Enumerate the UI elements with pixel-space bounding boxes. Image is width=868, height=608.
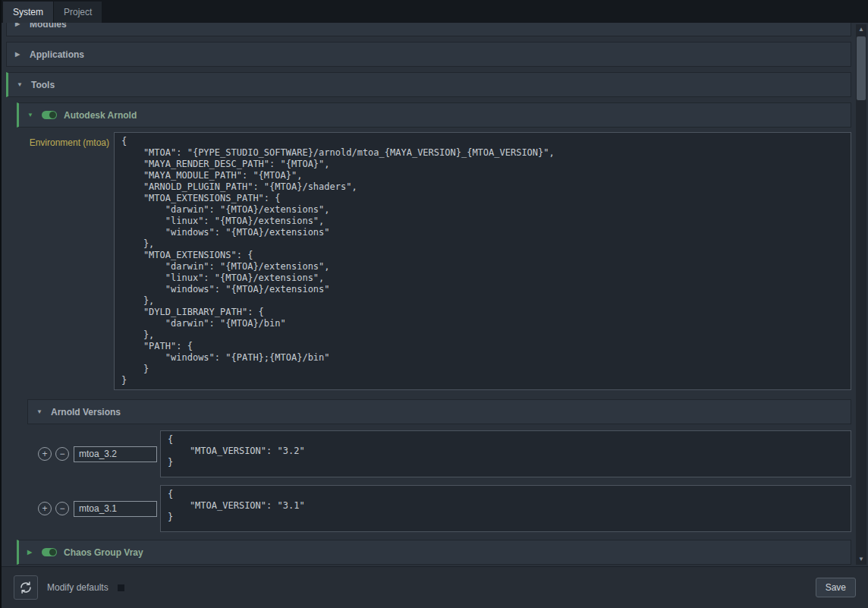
version-json-textarea[interactable]: { "MTOA_VERSION": "3.1" } (160, 485, 851, 532)
section-label-applications: Applications (30, 49, 84, 60)
version-row: + − { "MTOA_VERSION": "3.1" } (38, 485, 851, 532)
tab-project[interactable]: Project (54, 2, 102, 23)
section-label-tools: Tools (31, 80, 55, 90)
version-json-textarea[interactable]: { "MTOA_VERSION": "3.2" } (160, 430, 851, 477)
environment-row: Environment (mtoa) { "MTOA": "{PYPE_STUD… (19, 132, 851, 390)
environment-label: Environment (mtoa) (19, 132, 114, 148)
section-label-chaos-group-vray: Chaos Group Vray (64, 547, 143, 558)
remove-version-button[interactable]: − (55, 502, 69, 515)
arnold-content: Environment (mtoa) { "MTOA": "{PYPE_STUD… (17, 132, 851, 532)
save-button[interactable]: Save (816, 578, 856, 597)
environment-json-textarea[interactable]: { "MTOA": "{PYPE_STUDIO_SOFTWARE}/arnold… (114, 132, 851, 390)
tab-system[interactable]: System (3, 2, 53, 23)
version-row: + − { "MTOA_VERSION": "3.2" } (38, 430, 851, 477)
tools-content: ▼ Autodesk Arnold Environment (mtoa) { "… (17, 102, 851, 565)
toggle-enabled-icon[interactable] (42, 111, 57, 119)
add-version-button[interactable]: + (38, 447, 52, 461)
scrollbar-thumb[interactable] (857, 36, 866, 100)
settings-sections: ▶ Modules ▶ Applications ▼ Tools ▼ Autod… (6, 23, 851, 565)
section-label-arnold-versions: Arnold Versions (51, 407, 121, 417)
chevron-right-icon: ▶ (15, 23, 23, 27)
chevron-down-icon: ▼ (27, 112, 35, 118)
version-key-input[interactable] (74, 501, 157, 517)
chevron-right-icon: ▶ (27, 549, 35, 556)
scroll-up-arrow-icon[interactable]: ▲ (856, 24, 866, 35)
section-header-modules[interactable]: ▶ Modules (6, 23, 851, 36)
chevron-right-icon: ▶ (15, 51, 23, 58)
settings-scroll-area: ▶ Modules ▶ Applications ▼ Tools ▼ Autod… (2, 23, 868, 566)
arnold-versions-wrapper: ▼ Arnold Versions + − { "MTOA_VERSION": … (27, 399, 851, 532)
scroll-down-arrow-icon[interactable]: ▼ (856, 554, 866, 565)
section-header-chaos-group-vray[interactable]: ▶ Chaos Group Vray (17, 540, 851, 565)
refresh-icon (19, 581, 33, 594)
section-label-autodesk-arnold: Autodesk Arnold (64, 110, 137, 121)
refresh-button[interactable] (14, 575, 38, 600)
footer-bar: Modify defaults Save (2, 566, 868, 608)
section-header-applications[interactable]: ▶ Applications (6, 42, 851, 67)
section-header-tools[interactable]: ▼ Tools (6, 72, 851, 97)
remove-version-button[interactable]: − (55, 447, 69, 461)
modify-defaults-indicator[interactable] (118, 584, 124, 591)
section-label-modules: Modules (30, 23, 67, 30)
section-header-arnold-versions[interactable]: ▼ Arnold Versions (27, 399, 851, 424)
section-header-autodesk-arnold[interactable]: ▼ Autodesk Arnold (17, 102, 851, 128)
chevron-down-icon: ▼ (36, 408, 44, 415)
modify-defaults-label: Modify defaults (47, 582, 108, 593)
settings-window: System Project ▶ Modules ▶ Applications … (0, 0, 868, 608)
chevron-down-icon: ▼ (17, 81, 24, 88)
vertical-scrollbar: ▲ ▼ (856, 24, 866, 565)
version-key-input[interactable] (74, 446, 157, 462)
toggle-enabled-icon[interactable] (42, 548, 57, 556)
add-version-button[interactable]: + (38, 502, 52, 515)
tab-bar: System Project (2, 0, 868, 23)
